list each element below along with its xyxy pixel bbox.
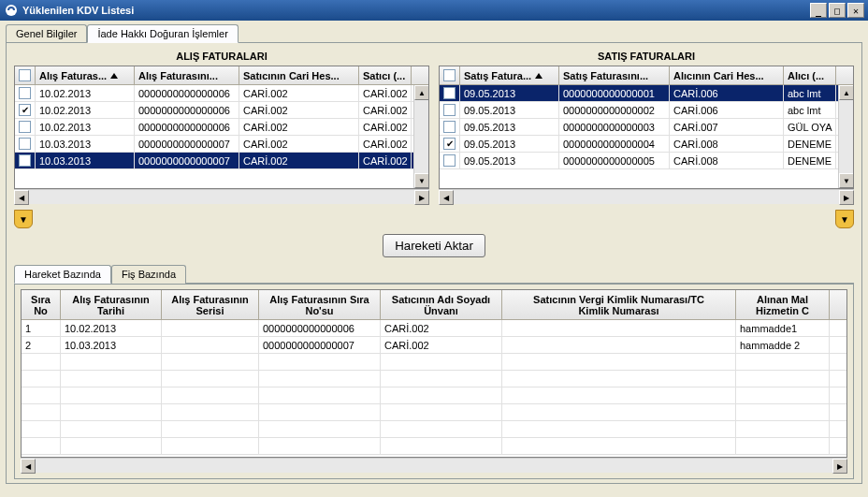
col-sira[interactable]: Sıra No [22,290,61,319]
tab-fis-bazinda[interactable]: Fiş Bazında [111,265,186,284]
table-row[interactable]: 10.02.20130000000000000006CARİ.002CARİ.0… [15,119,428,136]
tab-hareket-bazinda[interactable]: Hareket Bazında [14,265,111,284]
cell-cari: CARİ.002 [239,153,359,168]
tab-iade-hakki[interactable]: İade Hakkı Doğuran İşlemler [87,24,238,43]
checkbox[interactable] [19,154,31,167]
cell-date: 10.02.2013 [36,119,135,135]
cell-unvan: DENEME [784,136,836,152]
hareket-hscroll[interactable]: ◀ ▶ [21,458,847,473]
table-row[interactable]: 09.05.20130000000000000005CARİ.008DENEME [440,153,853,169]
cell-unvan: CARİ.002 [359,102,412,118]
app-icon [4,3,19,18]
satis-col-check[interactable] [440,66,460,84]
scroll-left-icon[interactable]: ◀ [21,459,36,474]
col-sirano[interactable]: Alış Faturasının Sıra No'su [259,290,381,319]
satis-col-cari[interactable]: Alıcının Cari Hes... [670,66,784,84]
window-titlebar: Yüklenilen KDV Listesi _ □ ✕ [0,0,868,21]
table-row[interactable]: 210.03.20130000000000000007CARİ.002hamma… [22,337,846,354]
satis-col-date[interactable]: Satış Fatura... [460,66,559,84]
scroll-left-icon[interactable]: ◀ [14,190,29,205]
col-mal[interactable]: Alınan Mal Hizmetin C [736,290,830,319]
checkbox[interactable] [19,138,31,150]
scroll-right-icon[interactable]: ▶ [832,459,847,474]
satis-drop-marker-icon[interactable]: ▼ [835,210,854,228]
cell-date: 10.02.2013 [36,85,135,101]
col-seri[interactable]: Alış Faturasının Serisi [162,290,259,319]
cell-cari: CARİ.008 [670,153,784,168]
table-row[interactable] [22,387,846,404]
close-button[interactable]: ✕ [847,3,864,18]
checkbox[interactable]: ✔ [443,138,456,150]
col-tarih[interactable]: Alış Faturasının Tarihi [61,290,162,319]
scroll-up-icon[interactable]: ▲ [839,85,854,100]
table-row[interactable]: 110.02.20130000000000000006CARİ.002hamma… [22,320,846,337]
checkbox[interactable]: ✔ [19,104,31,116]
table-row[interactable] [22,421,846,438]
table-row[interactable]: 10.03.20130000000000000007CARİ.002CARİ.0… [15,153,428,169]
maximize-button[interactable]: □ [829,3,846,18]
satis-col-no[interactable]: Satış Faturasını... [559,66,670,84]
checkbox[interactable] [19,121,31,133]
alis-col-unvan[interactable]: Satıcı (... [359,66,412,84]
minimize-button[interactable]: _ [810,3,827,18]
cell-unvan: abc lmt [784,102,836,118]
scroll-down-icon[interactable]: ▼ [414,173,429,188]
cell-date: 09.05.2013 [460,102,559,118]
cell-no: 0000000000000004 [559,136,670,152]
table-row[interactable] [22,404,846,421]
cell-no: 0000000000000001 [559,85,670,101]
col-vergi[interactable]: Satıcının Vergi Kimlik Numarası/TC Kimli… [502,290,736,319]
hareket-grid[interactable]: Sıra No Alış Faturasının Tarihi Alış Fat… [21,289,847,458]
scroll-up-icon[interactable]: ▲ [414,85,429,100]
table-row[interactable]: ✔09.05.20130000000000000004CARİ.008DENEM… [440,136,853,153]
alis-col-check[interactable] [15,66,36,84]
table-row[interactable]: ✔10.02.20130000000000000006CARİ.002CARİ.… [15,102,428,119]
table-row[interactable]: 09.05.20130000000000000002CARİ.006abc lm… [440,102,853,119]
table-row[interactable]: 09.05.20130000000000000003CARİ.007GÜL OY… [440,119,853,136]
scroll-left-icon[interactable]: ◀ [439,190,454,205]
cell-no: 0000000000000006 [135,85,239,101]
scroll-down-icon[interactable]: ▼ [839,173,854,188]
alis-faturalari-title: ALIŞ FATURALARI [14,51,429,62]
table-row[interactable] [22,371,846,387]
table-row[interactable]: 09.05.20130000000000000001CARİ.006abc lm… [440,85,853,102]
sort-asc-icon [110,73,118,79]
cell-no: 0000000000000006 [135,119,239,135]
satis-col-unvan[interactable]: Alıcı (... [784,66,836,84]
tab-genel-bilgiler[interactable]: Genel Bilgiler [6,24,87,43]
alis-col-date[interactable]: Alış Faturas... [36,66,135,84]
table-row[interactable] [22,438,846,455]
cell-unvan: CARİ.002 [359,85,412,101]
table-row[interactable]: 10.02.20130000000000000006CARİ.002CARİ.0… [15,85,428,102]
cell-cari: CARİ.007 [670,119,784,135]
checkbox[interactable] [443,87,456,99]
alis-col-no[interactable]: Alış Faturasını... [135,66,239,84]
alis-grid[interactable]: Alış Faturas... Alış Faturasını... Satıc… [14,66,429,189]
cell-no: 0000000000000005 [559,153,670,168]
cell-unvan: GÜL OYA [784,119,836,135]
sort-asc-icon [535,73,542,79]
alis-vscroll[interactable]: ▲ ▼ [413,85,428,188]
alis-col-cari[interactable]: Satıcının Cari Hes... [239,66,359,84]
satis-vscroll[interactable]: ▲ ▼ [838,85,853,188]
checkbox[interactable] [443,104,456,116]
cell-unvan: CARİ.002 [359,153,412,168]
table-row[interactable] [22,354,846,371]
col-unvan[interactable]: Satıcının Adı Soyadı Ünvanı [381,290,502,319]
alis-drop-marker-icon[interactable]: ▼ [14,210,33,228]
lower-tabstrip: Hareket Bazında Fiş Bazında [14,265,854,284]
checkbox[interactable] [443,154,456,167]
alis-hscroll[interactable]: ◀ ▶ [14,189,429,204]
cell-date: 09.05.2013 [460,153,559,168]
cell-date: 09.05.2013 [460,85,559,101]
table-row[interactable]: 10.03.20130000000000000007CARİ.002CARİ.0… [15,136,428,153]
scroll-right-icon[interactable]: ▶ [414,190,429,205]
hareketi-aktar-button[interactable]: Hareketi Aktar [383,234,485,257]
satis-grid[interactable]: Satış Fatura... Satış Faturasını... Alıc… [439,66,854,189]
scroll-right-icon[interactable]: ▶ [839,190,854,205]
checkbox[interactable] [443,121,456,133]
checkbox[interactable] [19,87,31,99]
satis-hscroll[interactable]: ◀ ▶ [439,189,854,204]
cell-cari: CARİ.006 [670,85,784,101]
cell-no: 0000000000000007 [135,153,239,168]
